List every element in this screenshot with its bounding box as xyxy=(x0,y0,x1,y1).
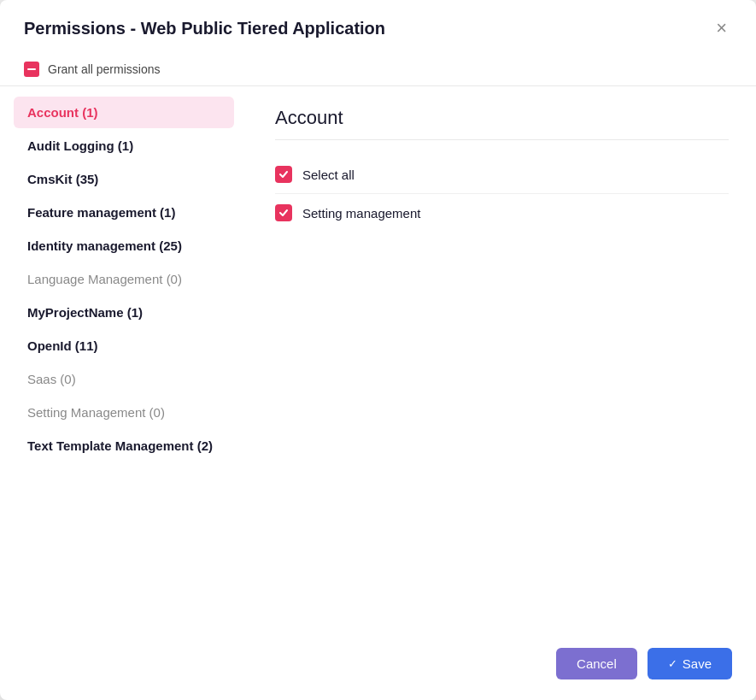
grant-all-row: Grant all permissions xyxy=(0,53,756,86)
checkbox-setting-management[interactable] xyxy=(275,204,292,221)
sidebar-item-account[interactable]: Account (1) xyxy=(14,97,234,128)
cancel-button[interactable]: Cancel xyxy=(556,648,637,679)
minus-icon xyxy=(27,68,36,70)
sidebar-item-feature-management[interactable]: Feature management (1) xyxy=(14,197,234,228)
permission-row-select-all: Select all xyxy=(275,156,729,194)
permission-label-setting-management: Setting management xyxy=(302,206,420,221)
grant-all-checkbox[interactable] xyxy=(24,62,39,77)
modal-header: Permissions - Web Public Tiered Applicat… xyxy=(0,0,756,53)
content-divider xyxy=(275,139,729,140)
content-area: Account Select allSetting management xyxy=(248,86,756,634)
sidebar-item-openid[interactable]: OpenId (11) xyxy=(14,330,234,362)
modal-footer: Cancel ✓ Save xyxy=(0,634,756,700)
modal-title: Permissions - Web Public Tiered Applicat… xyxy=(24,19,385,38)
save-label: Save xyxy=(683,656,712,671)
permission-row-setting-management: Setting management xyxy=(275,194,729,232)
sidebar-item-myprojectname[interactable]: MyProjectName (1) xyxy=(14,297,234,328)
permissions-modal: Permissions - Web Public Tiered Applicat… xyxy=(0,0,756,700)
grant-all-label: Grant all permissions xyxy=(48,62,161,76)
sidebar-item-audit-logging[interactable]: Audit Logging (1) xyxy=(14,130,234,162)
sidebar-item-text-template-management[interactable]: Text Template Management (2) xyxy=(14,430,234,462)
save-icon: ✓ xyxy=(668,657,677,670)
sidebar-item-language-management[interactable]: Language Management (0) xyxy=(14,263,234,295)
checkbox-select-all[interactable] xyxy=(275,166,292,183)
save-button[interactable]: ✓ Save xyxy=(648,648,732,679)
modal-body: Account (1)Audit Logging (1)CmsKit (35)F… xyxy=(0,86,756,634)
sidebar-item-setting-management[interactable]: Setting Management (0) xyxy=(14,397,234,428)
sidebar-item-saas[interactable]: Saas (0) xyxy=(14,363,234,395)
sidebar: Account (1)Audit Logging (1)CmsKit (35)F… xyxy=(0,86,248,634)
permission-label-select-all: Select all xyxy=(302,168,355,182)
sidebar-item-identity-management[interactable]: Identity management (25) xyxy=(14,230,234,262)
content-title: Account xyxy=(275,107,729,129)
close-button[interactable]: × xyxy=(711,17,732,39)
sidebar-item-cmskit[interactable]: CmsKit (35) xyxy=(14,163,234,195)
